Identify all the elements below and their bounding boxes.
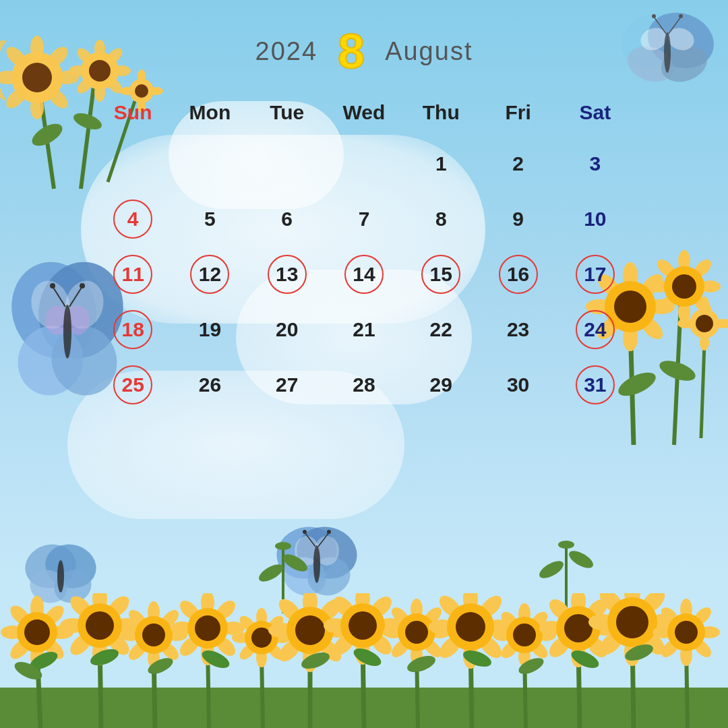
cal-cell xyxy=(94,136,171,191)
day-number: 25 xyxy=(113,365,152,404)
svg-point-164 xyxy=(256,608,267,627)
svg-point-153 xyxy=(142,624,165,646)
svg-point-202 xyxy=(398,613,435,651)
svg-point-124 xyxy=(30,596,44,620)
svg-point-193 xyxy=(348,611,377,640)
day-header-wed: Wed xyxy=(326,96,402,136)
cal-cell: 20 xyxy=(249,302,326,357)
svg-point-19 xyxy=(69,65,88,76)
svg-point-256 xyxy=(88,646,121,669)
svg-point-158 xyxy=(177,597,202,623)
cal-cell: 19 xyxy=(171,302,248,357)
svg-point-96 xyxy=(327,530,331,534)
svg-point-166 xyxy=(232,632,251,643)
svg-point-195 xyxy=(411,644,423,666)
svg-point-84 xyxy=(677,319,694,328)
svg-point-219 xyxy=(528,609,551,632)
svg-point-238 xyxy=(596,593,628,617)
svg-point-239 xyxy=(638,593,669,617)
cal-cell: 5 xyxy=(171,191,248,247)
svg-line-120 xyxy=(524,650,526,728)
sunflowers-bottom xyxy=(0,593,728,728)
svg-point-12 xyxy=(44,43,71,70)
svg-point-253 xyxy=(675,621,698,644)
svg-point-201 xyxy=(421,636,444,660)
svg-rect-110 xyxy=(0,688,728,728)
svg-point-265 xyxy=(623,641,655,664)
svg-point-86 xyxy=(271,522,343,585)
cal-cell: 23 xyxy=(479,302,556,357)
svg-point-258 xyxy=(200,647,232,672)
svg-point-40 xyxy=(652,14,656,18)
day-number: 28 xyxy=(344,365,384,404)
svg-point-70 xyxy=(678,250,690,272)
svg-point-225 xyxy=(571,643,586,667)
svg-point-187 xyxy=(377,618,402,633)
calendar-app: 2024 8 August SunMonTueWedThuFriSat12345… xyxy=(0,0,728,728)
svg-point-54 xyxy=(80,283,85,289)
cal-cell: 3 xyxy=(557,136,634,191)
svg-point-176 xyxy=(268,623,295,638)
day-number: 21 xyxy=(344,310,384,349)
svg-point-240 xyxy=(596,628,628,659)
svg-point-261 xyxy=(405,653,437,675)
svg-point-3 xyxy=(28,119,65,150)
cal-cell: 9 xyxy=(479,191,556,247)
svg-line-56 xyxy=(674,303,681,445)
svg-line-119 xyxy=(471,642,472,728)
svg-point-6 xyxy=(22,63,52,92)
svg-point-215 xyxy=(518,646,530,667)
svg-point-230 xyxy=(545,633,573,661)
svg-point-212 xyxy=(447,603,494,650)
svg-point-190 xyxy=(330,630,357,658)
svg-point-178 xyxy=(275,595,305,625)
cal-cell: 25 xyxy=(94,357,171,413)
cal-cell: 17 xyxy=(557,247,634,302)
svg-point-263 xyxy=(516,655,546,677)
svg-point-159 xyxy=(213,597,239,623)
day-header-fri: Fri xyxy=(479,96,556,136)
day-number: 20 xyxy=(268,310,307,349)
svg-point-59 xyxy=(657,357,698,385)
svg-point-136 xyxy=(60,618,86,633)
cal-cell: 31 xyxy=(557,357,634,413)
svg-point-188 xyxy=(330,593,357,621)
svg-point-185 xyxy=(355,640,370,665)
svg-point-97 xyxy=(20,539,81,594)
svg-point-247 xyxy=(698,626,720,638)
day-number: 8 xyxy=(421,200,460,239)
svg-line-52 xyxy=(69,286,82,307)
svg-point-50 xyxy=(63,305,71,359)
day-number: 26 xyxy=(190,365,229,404)
svg-point-152 xyxy=(135,616,173,654)
svg-point-108 xyxy=(566,547,593,572)
svg-point-138 xyxy=(67,593,95,621)
cal-cell: 6 xyxy=(249,191,326,247)
day-header-sat: Sat xyxy=(557,96,634,136)
svg-point-232 xyxy=(556,606,601,650)
day-number: 7 xyxy=(344,200,384,239)
svg-point-91 xyxy=(315,536,339,566)
svg-point-234 xyxy=(624,593,640,607)
cal-cell: 2 xyxy=(479,136,556,191)
svg-point-125 xyxy=(30,644,44,669)
day-header-tue: Tue xyxy=(249,96,326,136)
svg-point-249 xyxy=(690,604,714,628)
day-number: 5 xyxy=(190,200,229,239)
svg-point-208 xyxy=(435,593,465,621)
svg-point-101 xyxy=(57,560,64,593)
svg-point-206 xyxy=(429,619,456,634)
svg-point-194 xyxy=(411,599,423,620)
svg-point-149 xyxy=(158,607,181,630)
svg-point-98 xyxy=(40,539,101,594)
svg-point-218 xyxy=(498,609,521,632)
svg-point-154 xyxy=(201,593,214,614)
cal-cell: 22 xyxy=(402,302,479,357)
svg-point-214 xyxy=(518,603,530,624)
svg-point-14 xyxy=(44,85,71,112)
cal-cell: 14 xyxy=(326,247,402,302)
svg-point-34 xyxy=(657,40,712,88)
svg-point-213 xyxy=(456,612,485,642)
day-number: 18 xyxy=(113,310,152,349)
svg-point-85 xyxy=(715,319,728,328)
